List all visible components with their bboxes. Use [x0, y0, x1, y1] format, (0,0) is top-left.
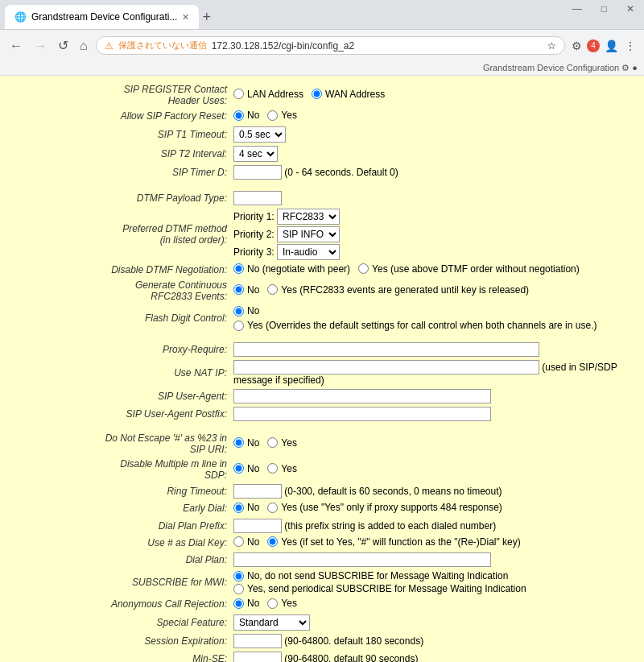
generate-continuous-rfc2833-row: Generate Continuous RFC2833 Events: No Y… [13, 278, 631, 304]
session-expiration-input[interactable]: 180 [233, 634, 282, 648]
lan-address-radio[interactable] [233, 89, 244, 99]
back-button[interactable]: ← [6, 37, 26, 55]
new-tab-button[interactable]: + [202, 9, 211, 26]
anonymous-call-rejection-label: Anonymous Call Rejection: [13, 596, 230, 613]
sip-register-contact-row: SIP REGISTER Contact Header Uses: LAN Ad… [13, 82, 631, 108]
sip-user-agent-label: SIP User-Agent: [13, 387, 230, 405]
do-not-escape-no-radio[interactable] [233, 437, 244, 448]
flash-digit-control-label: Flash Digit Control: [13, 304, 230, 333]
proxy-require-row: Proxy-Require: [13, 341, 631, 358]
address-text[interactable]: 172.30.128.152/cgi-bin/config_a2 [212, 40, 543, 52]
dtmf-negotiation-yes-radio[interactable] [358, 263, 369, 274]
dial-plan-prefix-input[interactable] [233, 519, 282, 533]
do-not-escape-row: Do Not Escape '#' as %23 in SIP URI: No … [13, 431, 631, 457]
tab-favicon: 🌐 [14, 11, 27, 23]
window-close-btn[interactable]: ✕ [617, 0, 644, 18]
priority3-select[interactable]: RFC2833 SIP INFO In-audio [277, 244, 340, 260]
session-expiration-label: Session Expiration: [13, 632, 230, 650]
security-icon: ⚠ [105, 40, 114, 52]
disable-multiple-m-no-radio[interactable] [233, 463, 244, 474]
flash-digit-yes-radio[interactable] [233, 321, 244, 331]
special-feature-select[interactable]: Standard BroadSoft CBCOM RNK Sylantro MI… [233, 614, 310, 631]
sip-user-agent-postfix-input[interactable] [233, 407, 491, 421]
priority1-select[interactable]: RFC2833 SIP INFO In-audio [277, 209, 340, 225]
dial-plan-label: Dial Plan: [13, 551, 230, 569]
flash-digit-no-label: No [247, 305, 259, 317]
sip-timer-d-input[interactable]: 0 [233, 165, 282, 180]
home-button[interactable]: ⌂ [76, 37, 91, 55]
allow-sip-factory-reset-label: Allow SIP Factory Reset: [13, 108, 230, 125]
proxy-require-input[interactable] [233, 342, 539, 357]
extensions-btn[interactable]: ⚙ [570, 38, 584, 54]
flash-digit-control-row: Flash Digit Control: No Yes (Overrides t… [13, 304, 631, 333]
sip-user-agent-input[interactable] [233, 389, 491, 403]
star-icon[interactable]: ☆ [547, 40, 556, 52]
profile-btn[interactable]: 👤 [603, 38, 620, 54]
priority2-row: Priority 2: RFC2833 SIP INFO In-audio [233, 226, 628, 242]
hash-dial-no-radio[interactable] [233, 536, 244, 547]
sip-user-agent-postfix-label: SIP User-Agent Postfix: [13, 405, 230, 423]
subscribe-mwi-no-radio[interactable] [233, 571, 244, 581]
sip-user-agent-postfix-value [230, 405, 631, 423]
ring-timeout-row: Ring Timeout: 60 (0-300, default is 60 s… [13, 482, 631, 500]
address-bar: ⚠ 保護されていない通信 172.30.128.152/cgi-bin/conf… [96, 36, 565, 55]
allow-sip-factory-reset-value: No Yes [230, 108, 631, 125]
wan-address-radio[interactable] [312, 89, 322, 99]
dial-plan-input[interactable]: { x+ | \x+ | 'x+' | *x+ } [233, 552, 491, 567]
disable-multiple-m-yes-label: Yes [281, 463, 297, 474]
ring-timeout-input[interactable]: 60 [233, 484, 282, 499]
early-dial-value: No Yes (use "Yes" only if proxy supports… [230, 500, 631, 517]
ring-timeout-label: Ring Timeout: [13, 482, 230, 500]
min-se-input[interactable]: 90 [233, 652, 282, 663]
tab-close-btn[interactable]: ✕ [182, 12, 189, 23]
do-not-escape-yes-radio[interactable] [267, 437, 278, 448]
window-maximize-btn[interactable]: □ [592, 0, 617, 18]
disable-multiple-m-yes-radio[interactable] [267, 463, 278, 474]
min-se-label: Min-SE: [13, 650, 230, 663]
generate-continuous-yes-radio[interactable] [267, 284, 278, 295]
factory-reset-yes-radio[interactable] [267, 110, 278, 121]
sip-timer-d-value: 0 (0 - 64 seconds. Default 0) [230, 163, 631, 181]
special-feature-label: Special Feature: [13, 613, 230, 632]
use-hash-dial-key-value: No Yes (if set to Yes, "#" will function… [230, 535, 631, 552]
dtmf-negotiation-no-radio[interactable] [233, 263, 244, 274]
use-nat-ip-label: Use NAT IP: [13, 358, 230, 387]
active-tab[interactable]: 🌐 Grandstream Device Configurati... ✕ [5, 5, 199, 29]
do-not-escape-label: Do Not Escape '#' as %23 in SIP URI: [13, 431, 230, 457]
forward-button[interactable]: → [31, 37, 50, 55]
factory-reset-no-radio[interactable] [233, 110, 244, 121]
sip-t1-timeout-select[interactable]: 0.5 sec 1 sec 2 sec [233, 126, 286, 143]
window-minimize-btn[interactable]: — [563, 0, 592, 18]
session-expiration-value: 180 (90-64800. default 180 seconds) [230, 632, 631, 650]
anonymous-call-yes-radio[interactable] [267, 598, 278, 609]
dtmf-payload-type-input[interactable]: 101 [233, 191, 282, 205]
special-feature-value: Standard BroadSoft CBCOM RNK Sylantro MI… [230, 613, 631, 632]
sip-user-agent-postfix-row: SIP User-Agent Postfix: [13, 405, 631, 423]
lan-address-label: LAN Address [247, 89, 303, 100]
subscribe-mwi-yes-radio[interactable] [233, 584, 244, 594]
early-dial-no-radio[interactable] [233, 503, 244, 513]
use-nat-ip-input[interactable] [233, 360, 539, 374]
menu-btn[interactable]: ⋮ [623, 38, 638, 54]
generate-continuous-value: No Yes (RFC2833 events are generated unt… [230, 278, 631, 304]
hash-dial-yes-radio[interactable] [267, 536, 278, 547]
preferred-dtmf-method-value: Priority 1: RFC2833 SIP INFO In-audio Pr… [230, 207, 631, 262]
reload-button[interactable]: ↺ [55, 36, 72, 55]
anonymous-call-no-radio[interactable] [233, 598, 244, 609]
priority3-row: Priority 3: RFC2833 SIP INFO In-audio [233, 244, 628, 260]
early-dial-no-label: No [247, 502, 259, 513]
tab-title: Grandstream Device Configurati... [31, 11, 177, 23]
session-expiration-row: Session Expiration: 180 (90-64800. defau… [13, 632, 631, 650]
insecure-label: 保護されていない通信 [118, 39, 207, 52]
sip-t2-interval-select[interactable]: 4 sec 8 sec [233, 146, 278, 162]
generate-continuous-yes-label: Yes (RFC2833 events are generated until … [281, 284, 529, 296]
disable-dtmf-negotiation-row: Disable DTMF Negotiation: No (negotiate … [13, 262, 631, 279]
settings-form: SIP REGISTER Contact Header Uses: LAN Ad… [13, 82, 631, 662]
priority2-select[interactable]: RFC2833 SIP INFO In-audio [277, 226, 340, 242]
flash-digit-no-radio[interactable] [233, 306, 244, 317]
early-dial-yes-radio[interactable] [267, 503, 278, 513]
preferred-dtmf-method-label: Preferred DTMF method (in listed order): [13, 207, 230, 262]
generate-continuous-no-radio[interactable] [233, 284, 244, 295]
sip-register-contact-value: LAN Address WAN Address [230, 82, 631, 108]
subscribe-mwi-no-label: No, do not send SUBSCRIBE for Message Wa… [247, 570, 508, 581]
